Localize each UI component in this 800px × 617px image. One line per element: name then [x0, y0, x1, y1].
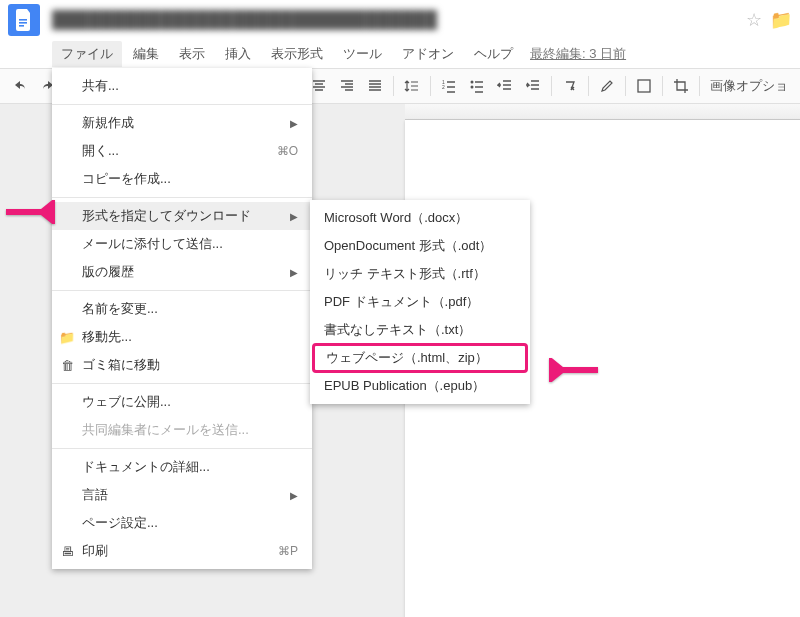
submenu-item-epub[interactable]: EPUB Publication（.epub） — [310, 372, 530, 400]
menu-edit[interactable]: 編集 — [124, 41, 168, 67]
menu-item-publish-web[interactable]: ウェブに公開... — [52, 388, 312, 416]
menu-tools[interactable]: ツール — [334, 41, 391, 67]
submenu-item-rtf[interactable]: リッチ テキスト形式（.rtf） — [310, 260, 530, 288]
menu-item-download-as[interactable]: 形式を指定してダウンロード▶ — [52, 202, 312, 230]
undo-button[interactable] — [6, 72, 34, 100]
numbered-list-button[interactable]: 12 — [435, 72, 463, 100]
menu-item-document-details[interactable]: ドキュメントの詳細... — [52, 453, 312, 481]
chevron-right-icon: ▶ — [290, 490, 298, 501]
menu-item-new[interactable]: 新規作成▶ — [52, 109, 312, 137]
menu-item-move[interactable]: 📁移動先... — [52, 323, 312, 351]
clear-format-button[interactable] — [556, 72, 584, 100]
menu-item-email-attachment[interactable]: メールに添付して送信... — [52, 230, 312, 258]
svg-text:2: 2 — [442, 84, 445, 90]
menu-item-revision-history[interactable]: 版の履歴▶ — [52, 258, 312, 286]
menu-addons[interactable]: アドオン — [393, 41, 463, 67]
submenu-item-html[interactable]: ウェブページ（.html、zip） — [312, 343, 528, 373]
menu-view[interactable]: 表示 — [170, 41, 214, 67]
menu-format[interactable]: 表示形式 — [262, 41, 332, 67]
menu-item-print[interactable]: 🖶印刷⌘P — [52, 537, 312, 565]
menu-item-open[interactable]: 開く...⌘O — [52, 137, 312, 165]
menu-item-language[interactable]: 言語▶ — [52, 481, 312, 509]
svg-rect-7 — [638, 80, 650, 92]
outdent-button[interactable] — [491, 72, 519, 100]
align-justify-button[interactable] — [361, 72, 389, 100]
print-icon: 🖶 — [58, 542, 76, 560]
submenu-item-docx[interactable]: Microsoft Word（.docx） — [310, 204, 530, 232]
svg-point-6 — [471, 86, 474, 89]
menu-item-rename[interactable]: 名前を変更... — [52, 295, 312, 323]
file-dropdown-menu: 共有... 新規作成▶ 開く...⌘O コピーを作成... 形式を指定してダウン… — [52, 68, 312, 569]
submenu-item-txt[interactable]: 書式なしテキスト（.txt） — [310, 316, 530, 344]
docs-app-icon[interactable] — [8, 4, 40, 36]
submenu-item-odt[interactable]: OpenDocument 形式（.odt） — [310, 232, 530, 260]
trash-icon: 🗑 — [58, 356, 76, 374]
svg-point-5 — [471, 81, 474, 84]
image-options-label[interactable]: 画像オプショ — [704, 77, 794, 95]
document-title[interactable]: ████████████████████████████████ — [52, 10, 437, 30]
ruler — [405, 104, 800, 120]
menu-item-page-setup[interactable]: ページ設定... — [52, 509, 312, 537]
svg-rect-0 — [19, 19, 27, 21]
menu-file[interactable]: ファイル — [52, 41, 122, 67]
download-as-submenu: Microsoft Word（.docx） OpenDocument 形式（.o… — [310, 200, 530, 404]
indent-button[interactable] — [519, 72, 547, 100]
menu-item-make-copy[interactable]: コピーを作成... — [52, 165, 312, 193]
menu-item-email-collaborators: 共同編集者にメールを送信... — [52, 416, 312, 444]
menu-help[interactable]: ヘルプ — [465, 41, 522, 67]
folder-icon: 📁 — [58, 328, 76, 346]
menu-insert[interactable]: 挿入 — [216, 41, 260, 67]
menubar: ファイル 編集 表示 挿入 表示形式 ツール アドオン ヘルプ 最終編集: 3 … — [0, 40, 800, 68]
border-button[interactable] — [630, 72, 658, 100]
svg-rect-1 — [19, 22, 27, 24]
star-icon[interactable]: ☆ — [746, 9, 762, 31]
chevron-right-icon: ▶ — [290, 267, 298, 278]
chevron-right-icon: ▶ — [290, 118, 298, 129]
menu-item-trash[interactable]: 🗑ゴミ箱に移動 — [52, 351, 312, 379]
annotation-arrow-right — [548, 358, 598, 382]
pen-tool-button[interactable] — [593, 72, 621, 100]
header-bar: ████████████████████████████████ ☆ 📁 — [0, 0, 800, 40]
submenu-item-pdf[interactable]: PDF ドキュメント（.pdf） — [310, 288, 530, 316]
annotation-arrow-left — [6, 200, 56, 224]
last-edit-link[interactable]: 最終編集: 3 日前 — [530, 45, 626, 63]
crop-button[interactable] — [667, 72, 695, 100]
menu-item-share[interactable]: 共有... — [52, 72, 312, 100]
chevron-right-icon: ▶ — [290, 211, 298, 222]
align-right-button[interactable] — [333, 72, 361, 100]
bullet-list-button[interactable] — [463, 72, 491, 100]
svg-rect-2 — [19, 25, 24, 27]
folder-icon[interactable]: 📁 — [770, 9, 792, 31]
line-spacing-button[interactable] — [398, 72, 426, 100]
